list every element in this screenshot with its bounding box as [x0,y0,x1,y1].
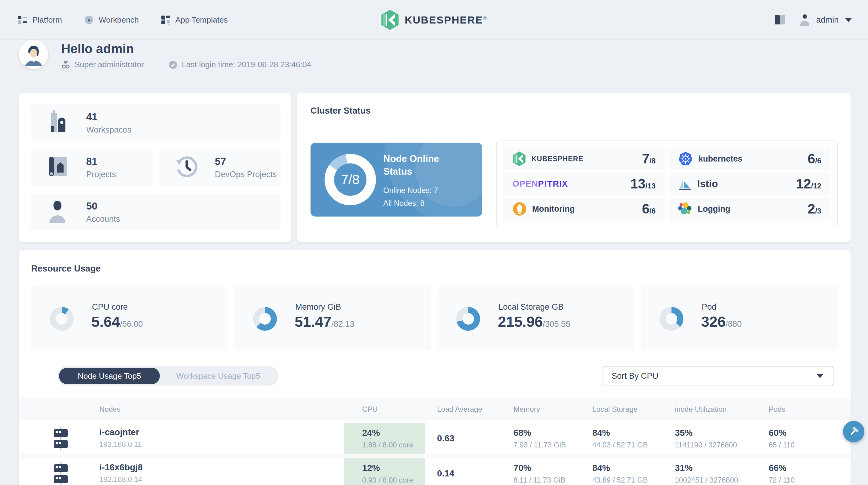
last-login-label: Last login time: 2019-06-28 23:46:04 [182,60,311,69]
kubesphere-icon [513,152,526,166]
chevron-down-icon [845,18,852,22]
col-pods: Pods [769,405,785,414]
nav-item-app-templates[interactable]: App Templates [161,15,228,25]
component-count: 2/3 [808,201,822,217]
col-load-average: Load Average [437,405,482,414]
inode-percent: 31% [675,463,692,473]
devops-projects-icon [175,155,198,179]
component-logging: Logging 2/3 [669,198,830,220]
avatar[interactable] [19,40,48,69]
cpu-percent: 24% [362,428,380,438]
table-row[interactable]: i-caojnter 192.168.0.11 24% 1.88 / 8.00 … [19,423,850,454]
nav-item-platform[interactable]: Platform [18,15,62,25]
component-name: Istio [697,178,718,190]
chevron-down-icon [816,374,824,378]
memory-detail: 8.11 / 11.73 GiB [514,476,565,484]
count-total: /6 [649,207,656,215]
memory-percent: 68% [514,428,531,438]
stat-label: Workspaces [86,125,131,135]
brand-logo[interactable]: KUBESPHERE® [381,0,487,40]
gauge-total: /56.00 [120,320,143,329]
component-count: 13/13 [630,176,656,192]
openpitrix-wordmark: OPENP!TRIX [513,179,568,189]
component-kubernetes: kubernetes 6/6 [669,148,830,170]
pods-detail: 72 / 110 [769,476,795,484]
storage-percent: 84% [592,428,610,438]
stat-value: 41 [86,111,97,123]
gauge-total: /82.13 [331,320,354,329]
node-online-status-card: 7/8 Node Online Status Online Nodes: 7 A… [311,142,482,217]
tab-workspace-usage-top5[interactable]: Workspace Usage Top5 [160,368,277,384]
cpu-detail: 1.88 / 8.00 core [362,441,413,449]
gauge-values: 51.47/82.13 [294,313,354,330]
greeting-subline: Super administrator Last login time: 201… [61,60,311,69]
col-nodes: Nodes [99,405,120,414]
gauge-values: 326/880 [701,313,742,330]
count-ready: 6 [642,201,649,217]
stat-label: Projects [86,170,116,179]
load-average: 0.14 [437,468,454,479]
table-row[interactable]: i-16x6bgj8 192.168.0.14 12% 0.93 / 8.00 … [19,458,850,485]
count-total: /6 [815,157,821,165]
gauge-label: Pod [702,302,716,312]
tab-node-usage-top5[interactable]: Node Usage Top5 [59,368,160,384]
cpu-percent: 12% [362,463,380,473]
nav-item-workbench[interactable]: Workbench [84,15,139,25]
stat-tile-accounts[interactable]: 50 Accounts [31,193,281,230]
nav-label-app-templates: App Templates [176,15,228,25]
col-inode-utilization: inode Utilization [675,405,726,414]
stat-tile-workspaces[interactable]: 41 Workspaces [31,104,281,141]
stat-value: 81 [86,156,97,167]
component-monitoring: Monitoring 6/6 [503,198,665,220]
cpu-detail: 0.93 / 8.00 core [362,476,413,484]
gauge-used: 326 [701,313,725,330]
count-ready: 7 [642,151,649,166]
gauge-memory: Memory GiB 51.47/82.13 [234,287,431,351]
component-istio: Istio 12/12 [669,173,830,195]
stat-tile-projects[interactable]: 81 Projects [31,149,152,186]
inode-detail: 1002451 / 3276800 [675,476,738,484]
top-nav: Platform Workbench App Templates KUBESPH… [0,0,868,40]
platform-icon [18,15,28,25]
app-templates-icon [161,15,170,25]
component-openpitrix: OPENP!TRIX 13/13 [503,173,665,195]
load-average: 0.63 [437,433,454,444]
pods-percent: 66% [769,463,786,473]
user-icon [800,14,810,26]
stat-tile-devops[interactable]: 57 DevOps Projects [159,149,281,186]
cpu-donut-chart [50,307,74,331]
count-total: /3 [815,207,821,215]
cluster-status-title: Cluster Status [311,106,371,116]
last-login-icon [168,60,178,69]
online-nodes-label: Online Nodes: 7 [383,186,438,195]
component-name: Monitoring [532,204,575,214]
registered-mark: ® [483,15,487,21]
gauge-used: 51.47 [294,313,331,330]
nav-label-platform: Platform [32,15,62,25]
toolbox-floating-button[interactable] [843,421,864,442]
sort-by-dropdown[interactable]: Sort By CPU [602,366,834,385]
count-ready: 2 [808,201,815,217]
nav-right: admin [774,0,852,40]
gauge-pod: Pod 326/880 [641,287,837,351]
memory-donut-chart [253,307,277,331]
gauge-used: 5.64 [91,313,120,330]
monitoring-icon [513,202,527,216]
node-server-icon [51,427,71,452]
gauge-total: /305.55 [543,320,570,329]
count-total: /12 [811,182,821,190]
node-ratio: 7/8 [324,154,376,205]
role-icon [61,60,70,69]
docs-book-icon[interactable] [774,14,786,25]
gauge-values: 215.96/305.55 [498,313,570,330]
component-count: 7/8 [642,151,656,166]
component-name: Logging [698,204,730,214]
hammer-icon [848,426,860,438]
node-ip: 192.168.0.14 [99,475,142,484]
stat-label: DevOps Projects [215,170,277,179]
gauge-values: 5.64/56.00 [91,313,143,330]
stat-label: Accounts [86,215,120,224]
node-server-icon [51,462,71,485]
storage-donut-chart [456,307,480,331]
user-menu[interactable]: admin [800,14,852,26]
